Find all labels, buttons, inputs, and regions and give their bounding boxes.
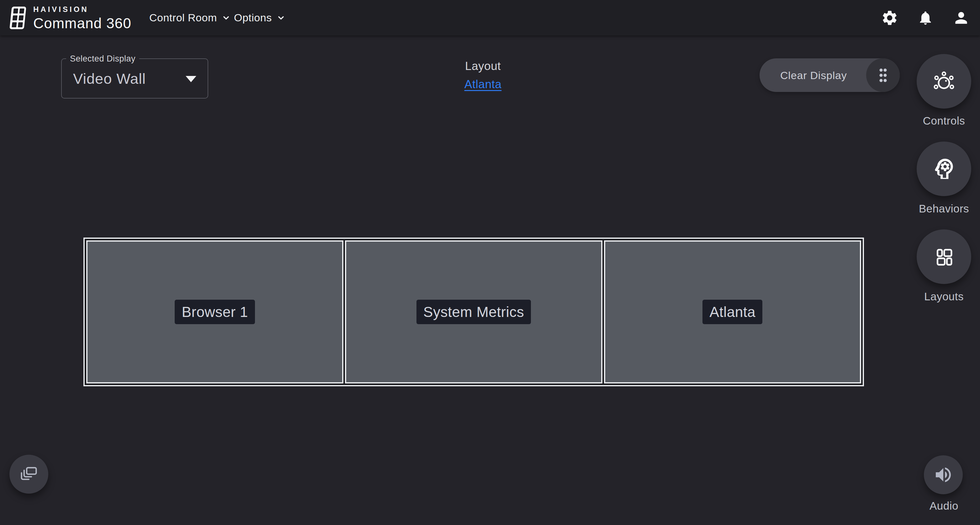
clear-display-label: Clear Display — [780, 69, 847, 81]
layouts-button[interactable] — [916, 230, 971, 284]
wall-panel-1-label: Browser 1 — [175, 300, 255, 324]
user-account-icon[interactable] — [952, 9, 970, 27]
stacked-displays-icon — [19, 464, 39, 485]
settings-icon[interactable] — [881, 9, 899, 27]
audio-button[interactable] — [924, 455, 963, 494]
controls-knob-icon — [931, 69, 957, 94]
selected-display-label: Selected Display — [66, 54, 139, 64]
menu-control-room-label: Control Room — [149, 11, 217, 24]
brand-wordmark: HAIVISION Command 360 — [33, 5, 131, 32]
notifications-bell-icon[interactable] — [916, 9, 934, 27]
wall-panel-3[interactable]: Atlanta — [604, 240, 861, 383]
clear-display-button[interactable]: Clear Display — [760, 58, 900, 92]
wall-panel-3-label: Atlanta — [702, 300, 762, 324]
layout-grid-icon — [931, 244, 957, 270]
layout-link-atlanta[interactable]: Atlanta — [465, 78, 502, 91]
product-name: Command 360 — [33, 15, 131, 32]
volume-up-icon — [933, 465, 953, 485]
brand-name: HAIVISION — [33, 5, 131, 14]
drag-handle-dots-icon[interactable] — [866, 58, 900, 92]
behaviors-button[interactable] — [916, 142, 971, 196]
top-bar-actions — [881, 0, 970, 35]
wall-panel-2-label: System Metrics — [417, 300, 531, 324]
chevron-down-icon — [221, 13, 231, 23]
layout-label: Layout — [444, 60, 522, 73]
dropdown-arrow-icon — [186, 76, 196, 82]
selected-display-dropdown[interactable]: Selected Display Video Wall — [61, 58, 208, 99]
video-wall-preview: Browser 1 System Metrics Atlanta — [83, 238, 864, 386]
controls-button-label: Controls — [903, 115, 980, 127]
top-bar: HAIVISION Command 360 Control Room Optio… — [0, 0, 980, 35]
haivision-logo-icon[interactable] — [8, 6, 27, 30]
layouts-button-label: Layouts — [903, 290, 980, 303]
menu-options[interactable]: Options — [234, 0, 286, 35]
selected-display-value: Video Wall — [73, 70, 146, 87]
wall-panel-2[interactable]: System Metrics — [345, 240, 602, 383]
wall-panel-1[interactable]: Browser 1 — [86, 240, 344, 383]
menu-options-label: Options — [234, 11, 272, 24]
behaviors-button-label: Behaviors — [903, 203, 980, 215]
controls-button[interactable] — [916, 54, 971, 109]
audio-button-label: Audio — [903, 499, 980, 512]
psychology-head-gear-icon — [931, 155, 958, 182]
layout-block: Layout Atlanta — [444, 60, 522, 91]
app-root: HAIVISION Command 360 Control Room Optio… — [0, 0, 980, 525]
menu-control-room[interactable]: Control Room — [149, 0, 231, 35]
presets-button[interactable] — [10, 455, 48, 494]
chevron-down-icon — [276, 13, 286, 23]
